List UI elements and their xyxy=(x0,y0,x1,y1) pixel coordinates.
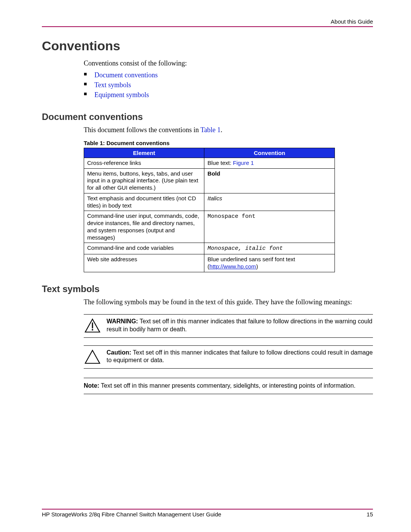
bullet-item: Equipment symbols xyxy=(84,90,373,100)
header-section: About this Guide xyxy=(42,18,373,25)
link-figure1[interactable]: Figure 1 xyxy=(233,160,254,166)
heading-conventions: Conventions xyxy=(42,38,373,53)
warning-label: WARNING: xyxy=(107,318,138,324)
cell-element: Text emphasis and document titles (not C… xyxy=(84,193,204,211)
caution-block: Caution: Text set off in this manner ind… xyxy=(84,345,373,369)
table-row: Web site addresses Blue underlined sans … xyxy=(84,254,335,272)
intro-text: Conventions consist of the following: xyxy=(84,59,373,68)
table-caption: Table 1: Document conventions xyxy=(84,140,373,146)
warning-block: WARNING: Text set off in this manner ind… xyxy=(84,314,373,338)
caution-text: Caution: Text set off in this manner ind… xyxy=(107,349,373,365)
note-label: Note: xyxy=(84,382,99,389)
th-convention: Convention xyxy=(204,148,335,158)
warning-text: WARNING: Text set off in this manner ind… xyxy=(107,318,373,334)
table-header-row: Element Convention xyxy=(84,148,335,158)
warning-icon xyxy=(84,318,101,333)
bullet-item: Document conventions xyxy=(84,70,373,80)
bullet-list: Document conventions Text symbols Equipm… xyxy=(84,70,373,100)
page-number: 15 xyxy=(366,511,373,518)
cell-convention: Blue text: Figure 1 xyxy=(204,158,335,168)
table-row: Cross-reference links Blue text: Figure … xyxy=(84,158,335,168)
cell-convention: Blue underlined sans serif font text (ht… xyxy=(204,254,335,272)
note-text: Text set off in this manner presents com… xyxy=(99,382,355,389)
svg-marker-3 xyxy=(85,350,100,363)
heading-text-symbols: Text symbols xyxy=(42,284,373,294)
link-equipment-symbols[interactable]: Equipment symbols xyxy=(94,91,149,99)
page: About this Guide Conventions Conventions… xyxy=(0,0,411,532)
link-text-symbols[interactable]: Text symbols xyxy=(94,81,131,89)
cell-convention: Italics xyxy=(204,193,335,211)
link-hp[interactable]: http://www.hp.com xyxy=(209,263,256,270)
caution-icon xyxy=(84,349,101,364)
cell-element: Menu items, buttons, keys, tabs, and use… xyxy=(84,168,204,193)
note-block: Note: Text set off in this manner presen… xyxy=(84,378,373,394)
footer-title: HP StorageWorks 2/8q Fibre Channel Switc… xyxy=(42,511,221,518)
header-rule xyxy=(42,26,373,27)
table-row: Menu items, buttons, keys, tabs, and use… xyxy=(84,168,335,193)
cell-convention: Bold xyxy=(204,168,335,193)
cell-element: Web site addresses xyxy=(84,254,204,272)
th-element: Element xyxy=(84,148,204,158)
link-table1[interactable]: Table 1 xyxy=(201,126,221,134)
doc-conv-text: This document follows the conventions in… xyxy=(84,125,373,134)
text: This document follows the conventions in xyxy=(84,126,201,134)
heading-doc-conventions: Document conventions xyxy=(42,112,373,122)
text: . xyxy=(221,126,223,134)
cell-element: Cross-reference links xyxy=(84,158,204,168)
cell-convention: Monospace, italic font xyxy=(204,243,335,254)
cell-element: Command-line user input, commands, code,… xyxy=(84,211,204,243)
text-symbols-intro: The following symbols may be found in th… xyxy=(84,297,373,307)
footer: HP StorageWorks 2/8q Fibre Channel Switc… xyxy=(42,509,373,518)
footer-rule xyxy=(42,509,373,510)
bullet-item: Text symbols xyxy=(84,80,373,90)
link-doc-conventions[interactable]: Document conventions xyxy=(94,71,158,79)
cell-convention: Monospace font xyxy=(204,211,335,243)
caution-label: Caution: xyxy=(107,349,131,356)
table-row: Text emphasis and document titles (not C… xyxy=(84,193,335,211)
table-row: Command-line user input, commands, code,… xyxy=(84,211,335,243)
cell-element: Command-line and code variables xyxy=(84,243,204,254)
table-row: Command-line and code variables Monospac… xyxy=(84,243,335,254)
svg-point-2 xyxy=(92,329,93,331)
conventions-table: Element Convention Cross-reference links… xyxy=(84,148,335,272)
